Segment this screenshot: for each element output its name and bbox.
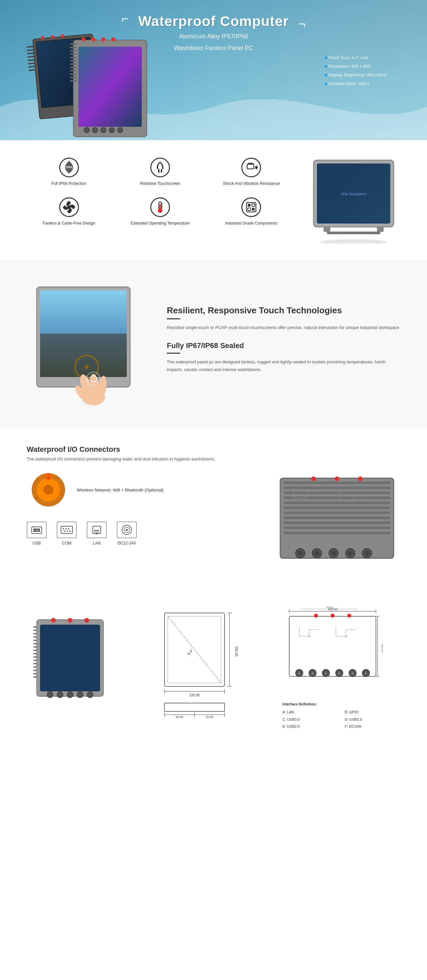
hero-title: Waterproof Computer: [138, 13, 289, 29]
svg-rect-141: [33, 636, 37, 638]
svg-rect-30: [70, 80, 77, 81]
svg-point-37: [92, 127, 98, 133]
svg-point-90: [43, 485, 53, 495]
svg-rect-149: [33, 663, 37, 664]
svg-point-60: [242, 198, 260, 216]
svg-point-162: [67, 692, 73, 698]
io-title: Waterproof I/O Connectors: [27, 445, 400, 454]
svg-rect-25: [70, 64, 77, 65]
svg-rect-19: [70, 43, 77, 45]
io-desc: The waterproof I/O connectors prevent da…: [27, 457, 400, 461]
svg-point-33: [102, 37, 105, 41]
svg-rect-108: [96, 533, 98, 534]
svg-rect-123: [284, 531, 390, 534]
io-connector-dc: DC12-24V: [117, 522, 137, 546]
svg-point-43: [151, 158, 170, 177]
io-wifi-block: Wireless Network: Wifi + Bluetooth (Opti…: [27, 471, 260, 508]
touch-divider-1: [167, 318, 180, 319]
touch-section: Resilient, Responsive Touch Technologies…: [0, 260, 427, 428]
svg-rect-113: [284, 482, 390, 484]
svg-rect-20: [70, 47, 77, 48]
svg-rect-115: [284, 492, 390, 494]
svg-rect-23: [70, 57, 77, 58]
svg-point-130: [314, 550, 319, 556]
svg-point-188: [314, 614, 318, 617]
ip68-icon: IP68: [59, 157, 80, 178]
svg-point-32: [91, 37, 95, 41]
touch-divider-2: [167, 353, 180, 354]
svg-rect-24: [70, 60, 77, 61]
hero-title-block: ⌐ Waterproof Computer ¬ Aluminum Alloy I…: [138, 13, 289, 53]
wifi-connector-image: [27, 471, 70, 508]
io-connector-usb: USB USB: [27, 522, 47, 546]
svg-point-157: [51, 618, 56, 623]
io-connector-lan: LAN: [87, 522, 107, 546]
svg-rect-147: [33, 656, 37, 658]
diagram-device-svg: [27, 606, 113, 706]
svg-rect-9: [29, 69, 35, 71]
svg-point-100: [64, 531, 65, 532]
svg-rect-139: [33, 630, 37, 631]
svg-rect-26: [70, 67, 77, 68]
svg-rect-118: [284, 506, 390, 509]
hero-spec-3: Display Brightness: 450 cd/m2: [325, 71, 387, 80]
svg-rect-156: [40, 625, 100, 691]
touch-desc-2: The waterproof panel pc are designed fan…: [167, 358, 400, 373]
svg-point-38: [101, 127, 106, 133]
io-connectors-row: USB USB: [27, 522, 260, 546]
svg-line-167: [168, 616, 221, 683]
dc-label: DC12-24V: [117, 541, 136, 546]
feature-shock-label: Shock And Vibration Resistance: [223, 181, 280, 186]
svg-rect-107: [97, 530, 98, 531]
svg-rect-72: [327, 232, 380, 234]
interface-a: A: LAN: [283, 709, 338, 716]
svg-rect-143: [33, 643, 37, 644]
svg-point-97: [63, 528, 64, 530]
feature-touch: Resistive Touchscreen: [118, 157, 202, 186]
svg-rect-4: [27, 52, 34, 54]
com-label: COM: [62, 541, 71, 546]
svg-text:165.00: 165.00: [235, 646, 238, 657]
svg-rect-62: [248, 204, 251, 207]
svg-point-36: [84, 127, 89, 133]
diagram-dimensions: 8.4" 235.00 165.00 55.00 20.00: [154, 606, 272, 721]
interface-e: E: USB2.0: [283, 724, 338, 730]
svg-rect-8: [29, 66, 35, 68]
svg-text:E: E: [352, 672, 353, 675]
svg-rect-44: [158, 169, 159, 173]
io-left-panel: Wireless Network: Wifi + Bluetooth (Opti…: [27, 471, 260, 546]
svg-rect-122: [284, 527, 390, 529]
svg-point-159: [84, 618, 89, 623]
svg-point-134: [348, 550, 353, 556]
svg-point-161: [57, 692, 63, 698]
touch-title-1: Resilient, Responsive Touch Technologies: [167, 305, 400, 316]
svg-rect-7: [28, 62, 35, 64]
svg-rect-92: [45, 474, 52, 477]
svg-rect-21: [70, 50, 77, 51]
svg-rect-55: [159, 204, 161, 210]
hero-specs: Panel Size: 8.4" Led Resolution: 800 x 6…: [325, 53, 387, 88]
svg-rect-3: [27, 49, 34, 51]
interface-b: B: GPIO: [344, 709, 400, 716]
feature-shock: Shock And Vibration Resistance: [209, 157, 294, 186]
interface-f: F: DC/SW: [344, 724, 400, 730]
feature-fanless-label: Fanless & Cable-Free Design: [43, 221, 95, 226]
lan-icon: [87, 522, 107, 538]
svg-point-111: [126, 529, 128, 531]
feature-industrial: Industrial Grade Components: [209, 197, 294, 226]
io-wifi-label: Wireless Network: Wifi + Bluetooth (Opti…: [77, 487, 163, 493]
svg-rect-145: [33, 650, 37, 651]
svg-text:IP68: IP68: [66, 165, 72, 169]
svg-rect-144: [33, 646, 37, 648]
svg-point-40: [117, 127, 123, 133]
svg-text:USB: USB: [34, 529, 40, 531]
svg-rect-47: [247, 164, 254, 169]
svg-text:8.4": 8.4": [186, 648, 194, 655]
svg-text:Ship Navigation: Ship Navigation: [341, 192, 366, 196]
temp-icon: [149, 197, 171, 218]
svg-rect-121: [284, 522, 390, 524]
svg-point-189: [330, 614, 335, 617]
industrial-icon: [241, 197, 262, 218]
svg-rect-6: [28, 59, 34, 61]
svg-point-99: [68, 528, 69, 530]
